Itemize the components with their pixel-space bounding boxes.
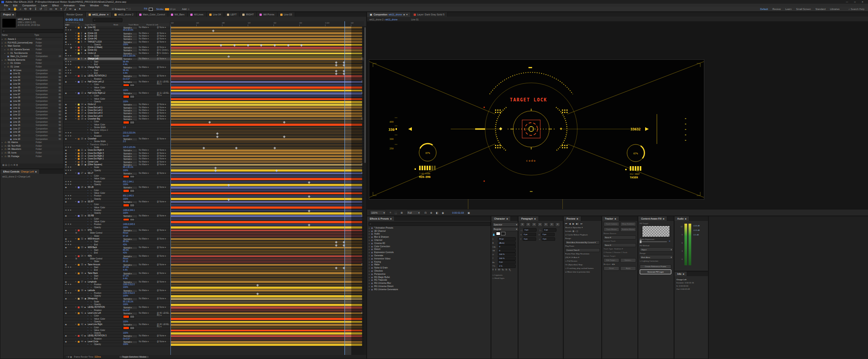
layer-name[interactable]: Half Circle Left L2 <box>88 81 122 83</box>
parent-link-select[interactable]: @ None ▾ <box>157 340 170 343</box>
stopwatch-icon[interactable]: ◔ <box>87 212 88 214</box>
toggle-switches-modes-button[interactable]: Toggle Switches / Modes <box>119 355 149 359</box>
tool-icon-10[interactable]: ✒ <box>55 7 57 11</box>
property-name[interactable]: Position <box>94 181 101 183</box>
track-matte-select[interactable]: No Matte ▾ <box>139 158 156 160</box>
eye-icon[interactable]: ◉ <box>65 201 67 203</box>
property-name[interactable]: Value: Color <box>94 206 105 209</box>
paragraph-field[interactable]: ⇤0 px <box>539 233 555 236</box>
property-name[interactable]: Slider Control <box>90 232 102 234</box>
layer-duration-bar[interactable] <box>170 41 362 43</box>
parent-link-select[interactable]: @ None ▾ <box>157 109 170 111</box>
parent-link-select[interactable]: @ None ▾ <box>157 255 170 257</box>
col-mode[interactable]: Mode <box>113 24 128 26</box>
menu-item-layer[interactable]: Layer <box>39 4 50 7</box>
project-row[interactable]: ▸🗀01. CirclesFolder <box>0 62 63 65</box>
layer-color-chip[interactable] <box>78 341 80 343</box>
layer-name[interactable]: Tazer Amount <box>88 263 122 266</box>
graph-icon[interactable]: ∿ <box>90 83 92 86</box>
property-value[interactable]: 100% <box>123 303 128 306</box>
eye-icon[interactable]: ◉ <box>65 49 67 51</box>
property-value[interactable]: 67.1% <box>123 266 129 268</box>
keyframe-nav[interactable]: ◀ ◆ ▶ <box>65 195 72 196</box>
track-matte-select[interactable]: No Matte ▾ <box>139 155 156 157</box>
layer-duration-bar[interactable] <box>170 118 362 120</box>
property-name[interactable]: Opacity <box>94 295 101 297</box>
layer-color-chip[interactable] <box>78 298 80 300</box>
eye-icon[interactable]: ◉ <box>65 186 67 188</box>
twirl-icon[interactable]: ▸ <box>75 46 76 48</box>
property-value[interactable]: 100% <box>123 343 128 345</box>
layer-duration-bar[interactable] <box>170 161 362 163</box>
add-control[interactable]: Add: ○ <box>182 8 189 10</box>
audio-slider-value-2[interactable]: 0.5 dB <box>693 233 707 237</box>
project-row[interactable]: ▣Line 16Composition60 <box>0 124 63 127</box>
align-button-0[interactable]: ≡ <box>520 222 525 227</box>
project-item-name[interactable]: Line 09 <box>13 100 36 102</box>
stopwatch-icon[interactable]: ◔ <box>87 309 88 311</box>
track-matte-select[interactable]: No Matte ▾ <box>139 152 156 154</box>
property-value[interactable]: 4.4% <box>123 63 127 66</box>
property-name[interactable]: Opacity <box>94 226 101 229</box>
stopwatch-icon[interactable]: ◔ <box>87 329 88 331</box>
stopwatch-icon[interactable]: ◔ <box>87 192 88 194</box>
twirl-icon[interactable]: ▸ <box>75 106 76 108</box>
menu-item-animation[interactable]: Animation <box>61 4 77 7</box>
eye-icon[interactable]: ◉ <box>65 229 67 231</box>
layer-duration-bar[interactable] <box>170 138 362 140</box>
project-row[interactable]: ▣Line 11Composition60 <box>0 106 63 110</box>
twirl-icon[interactable]: ▸ <box>0 62 7 64</box>
twirl-icon[interactable]: ▸ <box>75 161 76 163</box>
stopwatch-icon[interactable]: ◔ <box>87 235 88 237</box>
keyframe-nav[interactable]: ◀ ◆ ▶ <box>65 244 72 245</box>
paragraph-field[interactable]: |←0 px <box>539 228 556 232</box>
layer-color-chip[interactable] <box>78 58 80 60</box>
stopwatch-icon[interactable]: ◔ <box>87 63 88 66</box>
property-name[interactable]: End <box>94 278 98 280</box>
layer-color-chip[interactable] <box>78 47 80 48</box>
alpha-expansion-value[interactable]: 0 <box>669 240 670 242</box>
effects-category-row[interactable]: ▸▦Audio <box>367 233 491 236</box>
project-item-name[interactable]: Line 20 <box>13 138 36 140</box>
twirl-icon[interactable]: ▸ <box>0 148 5 150</box>
property-value[interactable]: 100% <box>123 226 128 229</box>
project-item-name[interactable]: Line 18 <box>13 131 36 133</box>
twirl-icon[interactable]: ▸ <box>367 285 371 287</box>
stopwatch-icon[interactable]: ◔ <box>87 55 88 57</box>
keyframe-nav[interactable]: ◀ ◆ ▶ <box>65 169 72 171</box>
property-value[interactable]: 4.4% <box>123 278 127 280</box>
eye-icon[interactable]: ◉ <box>65 246 67 249</box>
property-value[interactable]: 100% <box>123 43 128 46</box>
graph-icon[interactable]: ∿ <box>90 318 92 320</box>
project-row[interactable]: ▣Line 05Composition60 <box>0 86 63 89</box>
stopwatch-icon[interactable]: ◔ <box>87 69 88 72</box>
project-item-name[interactable]: 05. Icons <box>8 152 36 154</box>
twirl-icon[interactable]: ▸ <box>75 246 76 248</box>
layer-duration-bar[interactable] <box>170 289 362 292</box>
property-name[interactable]: Scale <box>94 146 99 148</box>
fill-method-select[interactable]: Object▾ <box>640 247 673 252</box>
graph-icon[interactable]: ∿ <box>90 269 92 271</box>
property-name[interactable]: Position <box>94 223 101 225</box>
button-warp-stabilizer[interactable]: Warp Stabilizer <box>620 222 636 226</box>
align-button-4[interactable]: ≡ <box>543 222 548 227</box>
graph-icon[interactable]: ∿ <box>90 309 92 311</box>
property-value[interactable]: 850.2,645.9 <box>123 195 134 197</box>
close-icon[interactable]: × <box>406 13 408 16</box>
stopwatch-icon[interactable]: ◔ <box>87 301 88 303</box>
parent-link-select[interactable]: @ None ▾ <box>157 38 170 40</box>
align-button-5[interactable]: ≡ <box>549 222 554 227</box>
project-col-type[interactable]: Type <box>34 34 39 37</box>
twirl-icon[interactable]: ▸ <box>367 251 371 254</box>
layer-duration-bar[interactable] <box>170 110 362 112</box>
track-matte-select[interactable]: No Matte ▾ <box>139 186 156 188</box>
twirl-icon[interactable]: ▸ <box>75 306 76 308</box>
project-item-name[interactable]: Main_Co_Control <box>10 55 36 57</box>
layer-name[interactable]: Level Line Right <box>88 323 122 325</box>
property-name[interactable]: Color <box>94 120 99 123</box>
property-name[interactable]: Position <box>94 283 101 286</box>
parent-link-select[interactable]: @ None ▾ <box>157 306 170 308</box>
track-matte-select[interactable]: No Matte ▾ <box>139 26 156 29</box>
style-button[interactable]: T <box>495 269 496 271</box>
category-name[interactable]: RG Magic Bullet <box>374 276 390 278</box>
